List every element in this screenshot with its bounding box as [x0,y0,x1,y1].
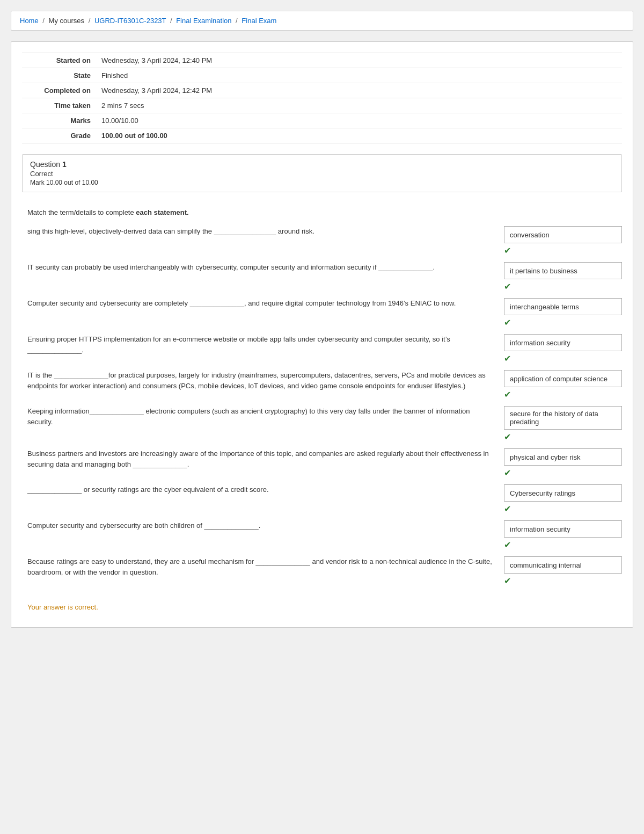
exam-info-value: 10.00/10.00 [97,113,622,128]
breadcrumb-bar: Home / My courses / UGRD-IT6301C-2323T /… [11,11,633,31]
check-mark-icon: ✔ [504,432,622,442]
answer-box: information security [504,520,622,538]
match-left-text: IT is the ______________for practical pu… [22,370,495,391]
match-left-text: Because ratings are easy to understand, … [22,556,495,577]
match-right-container: secure for the history of data predating… [504,406,622,442]
exam-info-value: Wednesday, 3 April 2024, 12:42 PM [97,83,622,98]
match-row: IT security can probably be used interch… [22,262,622,292]
check-mark-icon: ✔ [504,317,622,328]
answer-box: interchangeable terms [504,298,622,315]
check-mark-icon: ✔ [504,245,622,256]
exam-info-row: Marks10.00/10.00 [22,113,622,128]
exam-info-value: 2 mins 7 secs [97,98,622,113]
exam-info-label: Time taken [22,98,97,113]
breadcrumb-final-examination[interactable]: Final Examination [176,17,231,25]
breadcrumb-course[interactable]: UGRD-IT6301C-2323T [94,17,166,25]
exam-info-row: Started onWednesday, 3 April 2024, 12:40… [22,53,622,68]
exam-info-value: 100.00 out of 100.00 [97,128,622,143]
answer-box: it pertains to business [504,262,622,279]
match-left-text: sing this high-level, objectively-derive… [22,226,495,237]
breadcrumb-final-exam[interactable]: Final Exam [241,17,276,25]
page-wrapper: Home / My courses / UGRD-IT6301C-2323T /… [0,0,644,639]
match-left-text: IT security can probably be used interch… [22,262,495,273]
match-row: Keeping information______________ electr… [22,406,622,442]
answer-feedback: Your answer is correct. [22,603,622,611]
exam-info-label: Marks [22,113,97,128]
question-number-label: Question 1 [30,160,614,169]
match-row: Ensuring proper HTTPS implementation for… [22,334,622,364]
check-mark-icon: ✔ [504,353,622,364]
question-status: Correct [30,170,614,178]
breadcrumb-sep-1: / [42,17,46,25]
exam-info-value: Finished [97,68,622,83]
question-instruction: Match the term/details to complete each … [22,208,622,216]
check-mark-icon: ✔ [504,281,622,292]
match-left-text: Computer security and cybersecurity are … [22,298,495,309]
question-mark: Mark 10.00 out of 10.00 [30,179,614,186]
exam-info-label: Grade [22,128,97,143]
match-row: Because ratings are easy to understand, … [22,556,622,586]
match-left-text: Computer security and cybersecurity are … [22,520,495,531]
exam-info-row: StateFinished [22,68,622,83]
match-rows-container: sing this high-level, objectively-derive… [22,226,622,592]
breadcrumb-mycourses: My courses [49,17,84,25]
match-left-text: Business partners and investors are incr… [22,448,495,469]
match-row: Computer security and cybersecurity are … [22,520,622,550]
check-mark-icon: ✔ [504,504,622,514]
exam-info-row: Time taken2 mins 7 secs [22,98,622,113]
match-right-container: it pertains to business✔ [504,262,622,292]
main-card: Started onWednesday, 3 April 2024, 12:40… [11,41,633,628]
exam-info-row: Grade100.00 out of 100.00 [22,128,622,143]
question-number: 1 [62,160,67,169]
answer-box: information security [504,334,622,351]
match-left-text: ______________ or security ratings are t… [22,484,495,495]
check-mark-icon: ✔ [504,540,622,550]
match-right-container: communicating internal✔ [504,556,622,586]
question-header: Question 1 Correct Mark 10.00 out of 10.… [22,154,622,192]
match-right-container: Cybersecurity ratings✔ [504,484,622,514]
exam-info-label: Completed on [22,83,97,98]
answer-box: application of computer science [504,370,622,387]
match-left-text: Ensuring proper HTTPS implementation for… [22,334,495,355]
exam-info-label: Started on [22,53,97,68]
check-mark-icon: ✔ [504,468,622,478]
breadcrumb-sep-3: / [170,17,174,25]
answer-box: conversation [504,226,622,243]
match-right-container: information security✔ [504,520,622,550]
answer-box: communicating internal [504,556,622,574]
match-right-container: interchangeable terms✔ [504,298,622,328]
answer-box: secure for the history of data predating [504,406,622,430]
question-body: Match the term/details to complete each … [22,203,622,617]
match-right-container: application of computer science✔ [504,370,622,400]
match-row: IT is the ______________for practical pu… [22,370,622,400]
match-left-text: Keeping information______________ electr… [22,406,495,427]
check-mark-icon: ✔ [504,389,622,400]
answer-box: physical and cyber risk [504,448,622,466]
check-mark-icon: ✔ [504,576,622,586]
exam-info-row: Completed onWednesday, 3 April 2024, 12:… [22,83,622,98]
match-right-container: information security✔ [504,334,622,364]
exam-info-value: Wednesday, 3 April 2024, 12:40 PM [97,53,622,68]
exam-info-label: State [22,68,97,83]
match-row: Business partners and investors are incr… [22,448,622,478]
breadcrumb-home[interactable]: Home [20,17,39,25]
match-row: ______________ or security ratings are t… [22,484,622,514]
breadcrumb-sep-2: / [89,17,92,25]
match-right-container: physical and cyber risk✔ [504,448,622,478]
match-row: sing this high-level, objectively-derive… [22,226,622,256]
answer-box: Cybersecurity ratings [504,484,622,502]
match-row: Computer security and cybersecurity are … [22,298,622,328]
match-right-container: conversation✔ [504,226,622,256]
exam-info-table: Started onWednesday, 3 April 2024, 12:40… [22,53,622,143]
breadcrumb-sep-4: / [236,17,239,25]
